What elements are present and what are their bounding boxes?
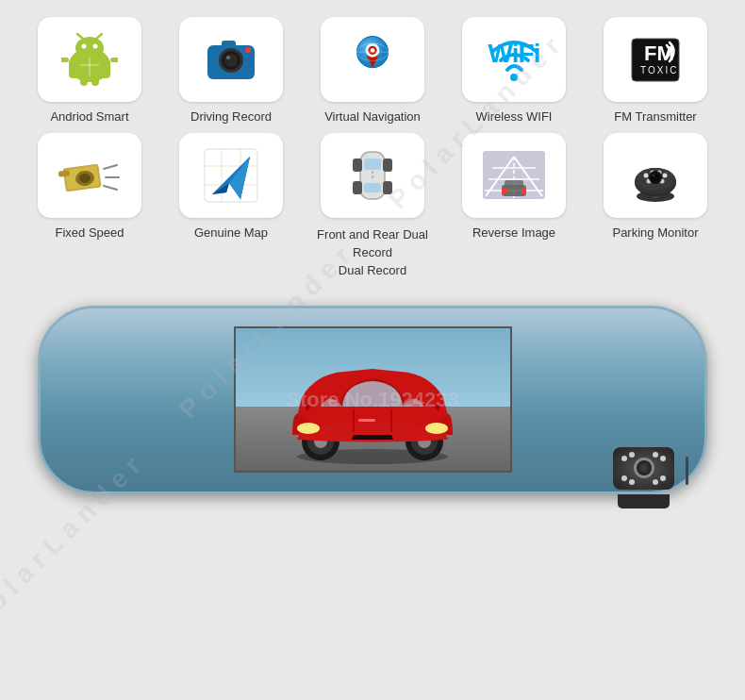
svg-rect-68 (502, 189, 506, 193)
svg-rect-56 (353, 181, 362, 194)
android-smart-icon-box (38, 17, 141, 102)
svg-point-91 (297, 423, 320, 434)
svg-point-4 (93, 44, 98, 49)
svg-rect-9 (80, 76, 88, 86)
features-row-2: Fixed Speed (19, 133, 726, 279)
svg-line-5 (77, 34, 83, 39)
svg-point-2 (75, 37, 104, 59)
wireless-wifi-label: Wireless WIFI (476, 109, 553, 125)
svg-point-17 (226, 56, 230, 59)
driving-record-label: Driving Record (190, 109, 272, 125)
mirror-screen (234, 326, 512, 473)
svg-rect-53 (364, 183, 381, 192)
virtual-nav-icon-box (321, 17, 424, 102)
features-row-1: Andriod Smart Driving Rec (19, 17, 726, 125)
feature-virtual-nav: Virtual Navigation (311, 17, 434, 125)
fm-icon: FM TOXIC (627, 34, 684, 86)
camera-bracket (618, 494, 670, 508)
camera-icon (203, 34, 259, 86)
svg-point-96 (621, 456, 627, 461)
svg-point-103 (660, 475, 666, 481)
feature-reverse-image: Reverse Image (453, 133, 575, 242)
fixed-speed-label: Fixed Speed (56, 225, 124, 242)
car-svg (269, 345, 476, 468)
svg-point-3 (82, 44, 87, 49)
genuine-map-label: Genuine Map (194, 225, 268, 242)
svg-point-16 (224, 54, 238, 67)
svg-point-102 (653, 479, 658, 485)
front-rear-label-line1: Front and Rear Dual Record (317, 227, 428, 259)
mirror-section: Store No.1924233 (0, 306, 745, 494)
feature-genuine-map: Genuine Map (170, 133, 292, 242)
svg-point-97 (629, 452, 635, 458)
camera-cable (686, 457, 688, 485)
svg-point-28 (510, 74, 518, 81)
feature-fixed-speed: Fixed Speed (28, 133, 151, 242)
svg-point-78 (663, 173, 668, 177)
svg-point-99 (660, 456, 666, 461)
svg-rect-54 (353, 158, 362, 172)
front-rear-icon (339, 147, 406, 204)
parking-monitor-icon-box (604, 133, 707, 218)
parking-monitor-label: Parking Monitor (612, 225, 698, 242)
speed-icon (57, 152, 123, 199)
navigation-icon (347, 31, 399, 88)
svg-point-83 (653, 174, 655, 176)
mirror-body: Store No.1924233 (38, 306, 707, 494)
svg-rect-95 (358, 419, 375, 422)
fm-transmitter-icon-box: FM TOXIC (604, 17, 707, 102)
svg-rect-52 (364, 158, 381, 170)
map-icon (203, 147, 259, 204)
parking-icon (627, 147, 684, 204)
camera-body (613, 447, 674, 490)
front-rear-label-container: Front and Rear Dual Record Dual Record (311, 225, 434, 279)
feature-front-rear: Front and Rear Dual Record Dual Record (311, 133, 434, 279)
svg-rect-67 (505, 180, 523, 188)
svg-rect-69 (522, 189, 526, 193)
android-smart-label: Andriod Smart (50, 109, 128, 125)
reverse-icon (481, 149, 547, 201)
svg-point-19 (245, 47, 251, 53)
svg-point-100 (621, 475, 627, 481)
svg-rect-55 (383, 158, 392, 172)
android-icon (61, 31, 118, 88)
feature-driving-record: Driving Record (170, 17, 292, 125)
front-rear-icon-box (321, 133, 424, 218)
reverse-image-icon-box (462, 133, 566, 218)
svg-point-75 (644, 173, 649, 177)
feature-parking-monitor: Parking Monitor (594, 133, 717, 242)
svg-line-38 (104, 165, 117, 169)
svg-rect-10 (91, 76, 99, 86)
car-display (236, 328, 510, 471)
feature-fm-transmitter: FM TOXIC FM Transmitter (594, 17, 717, 125)
svg-point-98 (653, 452, 658, 458)
wifi-icon: WiFi (484, 34, 545, 86)
svg-point-101 (629, 479, 635, 485)
feature-android-smart: Andriod Smart (28, 17, 151, 125)
driving-record-icon-box (179, 17, 283, 102)
svg-rect-18 (222, 41, 236, 47)
svg-line-40 (104, 186, 117, 190)
svg-point-92 (425, 423, 448, 434)
genuine-map-icon-box (179, 133, 283, 218)
svg-line-6 (96, 34, 102, 39)
svg-rect-57 (383, 181, 392, 194)
features-section: Andriod Smart Driving Rec (0, 0, 745, 296)
svg-rect-8 (110, 58, 118, 62)
reverse-image-label: Reverse Image (472, 225, 555, 242)
feature-wireless-wifi: WiFi Wireless WIFI (453, 17, 575, 125)
svg-text:TOXIC: TOXIC (640, 65, 678, 75)
fm-transmitter-label: FM Transmitter (614, 109, 696, 125)
camera-leds (613, 447, 674, 490)
wireless-wifi-icon-box: WiFi (462, 17, 566, 102)
virtual-nav-label: Virtual Navigation (324, 109, 421, 125)
svg-rect-7 (61, 58, 69, 62)
fixed-speed-icon-box (38, 133, 141, 218)
front-rear-label-line2: Dual Record (339, 263, 406, 277)
rear-camera (613, 447, 688, 508)
